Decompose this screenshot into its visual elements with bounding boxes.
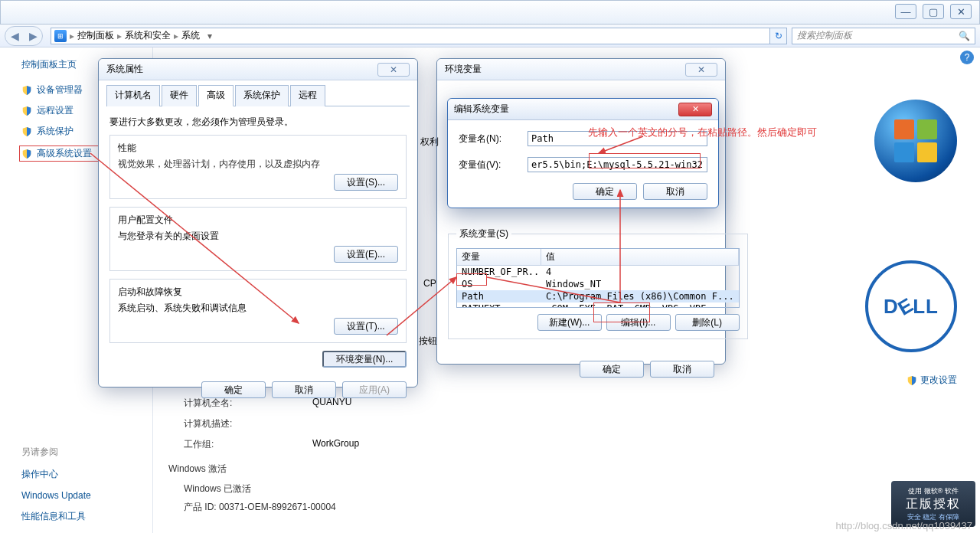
tab-computername[interactable]: 计算机名 (106, 85, 160, 106)
windows-logo (874, 100, 957, 182)
maximize-button[interactable]: ▢ (923, 4, 944, 19)
var-value-input[interactable] (528, 157, 707, 172)
close-icon[interactable]: ✕ (678, 103, 712, 116)
link-perf-info[interactable]: 性能信息和工具 (21, 510, 91, 523)
shield-icon (21, 85, 32, 96)
dell-logo: DELL (865, 260, 957, 352)
activation-status: Windows 已激活 (184, 482, 251, 495)
activation-title: Windows 激活 (168, 463, 227, 476)
startup-group: 启动和故障恢复 系统启动、系统失败和调试信息 设置(T)... (109, 279, 407, 343)
cancel-button[interactable]: 取消 (272, 381, 336, 398)
cancel-button[interactable]: 取消 (650, 361, 714, 378)
profile-group: 用户配置文件 与您登录有关的桌面设置 设置(E)... (109, 207, 407, 271)
close-icon[interactable]: ✕ (685, 63, 717, 77)
search-icon: 🔍 (959, 31, 970, 41)
search-box[interactable]: 搜索控制面板 🔍 (792, 28, 975, 44)
breadcrumb-2[interactable]: 系统 (181, 29, 200, 42)
workgroup-value: WorkGroup (312, 438, 359, 451)
system-vars-fieldset: 系统变量(S) 变量值 NUMBER_OF_PR...4 OSWindows_N… (448, 227, 748, 339)
startup-settings-button[interactable]: 设置(T)... (334, 318, 398, 335)
edit-system-variable-dialog: 编辑系统变量✕ 变量名(N): 变量值(V): 确定 取消 (447, 98, 719, 208)
link-action-center[interactable]: 操作中心 (21, 468, 91, 481)
breadcrumb-1[interactable]: 系统和安全 (125, 29, 171, 42)
link-windows-update[interactable]: Windows Update (21, 490, 91, 501)
window-frame: — ▢ ✕ (0, 0, 980, 25)
cancel-button[interactable]: 取消 (643, 183, 707, 200)
ok-button[interactable]: 确定 (580, 361, 644, 378)
apply-button[interactable]: 应用(A) (342, 381, 407, 398)
search-placeholder: 搜索控制面板 (797, 29, 852, 42)
annotation-text: 先输入一个英文的分号，在粘贴路径。然后确定即可 (588, 126, 817, 139)
delete-var-button[interactable]: 删除(L) (675, 314, 740, 331)
shield-icon (21, 106, 32, 116)
close-button[interactable]: ✕ (950, 4, 972, 19)
minimize-button[interactable]: — (895, 4, 916, 19)
tab-bar: 计算机名 硬件 高级 系统保护 远程 (106, 85, 410, 106)
address-bar[interactable]: ⊞ ▸控制面板 ▸系统和安全 ▸系统 ▾ (51, 28, 770, 44)
product-id: 产品 ID: 00371-OEM-8992671-00004 (184, 501, 336, 514)
system-properties-dialog: 系统属性✕ 计算机名 硬件 高级 系统保护 远程 要进行大多数更改，您必须作为管… (98, 58, 418, 387)
shield-icon (21, 149, 32, 159)
tab-remote[interactable]: 远程 (290, 85, 325, 106)
cut-label: 权利 (420, 136, 439, 149)
new-var-button[interactable]: 新建(W)... (537, 314, 602, 331)
system-vars-list[interactable]: 变量值 NUMBER_OF_PR...4 OSWindows_NT PathC:… (456, 248, 740, 308)
cut-label: 按钮 (419, 335, 437, 348)
path-row[interactable]: PathC:\Program Files (x86)\Common F... (457, 290, 739, 302)
tab-protect[interactable]: 系统保护 (235, 85, 289, 106)
ok-button[interactable]: 确定 (573, 183, 637, 200)
explorer-toolbar: ◀▶ ⊞ ▸控制面板 ▸系统和安全 ▸系统 ▾ ↻ 搜索控制面板 🔍 (0, 25, 980, 47)
control-panel-icon: ⊞ (54, 30, 67, 42)
dialog-title: 编辑系统变量 (454, 103, 509, 116)
perf-group: 性能 视觉效果，处理器计划，内存使用，以及虚拟内存 设置(S)... (109, 135, 407, 199)
refresh-button[interactable]: ↻ (770, 28, 787, 44)
admin-note: 要进行大多数更改，您必须作为管理员登录。 (109, 116, 407, 129)
watermark: http://blog.csdn.net/qq1039437 (835, 520, 972, 531)
dialog-title: 系统属性 (106, 63, 143, 76)
ok-button[interactable]: 确定 (201, 381, 266, 398)
env-vars-button[interactable]: 环境变量(N)... (322, 351, 407, 368)
var-name-label: 变量名(N): (459, 132, 528, 146)
profile-settings-button[interactable]: 设置(E)... (334, 246, 398, 263)
cut-label: CP (423, 278, 436, 289)
addr-dropdown-icon[interactable]: ▾ (203, 31, 217, 41)
perf-settings-button[interactable]: 设置(S)... (334, 174, 398, 191)
shield-icon (906, 375, 917, 386)
edit-var-button[interactable]: 编辑(I)... (606, 314, 671, 331)
see-also: 另请参阅 操作中心 Windows Update 性能信息和工具 (21, 446, 91, 523)
nav-back-forward[interactable]: ◀▶ (5, 26, 43, 46)
var-value-label: 变量值(V): (459, 159, 528, 172)
dialog-title: 环境变量 (445, 63, 482, 76)
tab-hardware[interactable]: 硬件 (162, 85, 197, 106)
shield-icon (21, 126, 32, 137)
close-icon[interactable]: ✕ (377, 63, 410, 77)
tab-advanced[interactable]: 高级 (198, 85, 234, 106)
change-settings-link[interactable]: 更改设置 (906, 374, 957, 387)
breadcrumb-0[interactable]: 控制面板 (77, 29, 114, 42)
